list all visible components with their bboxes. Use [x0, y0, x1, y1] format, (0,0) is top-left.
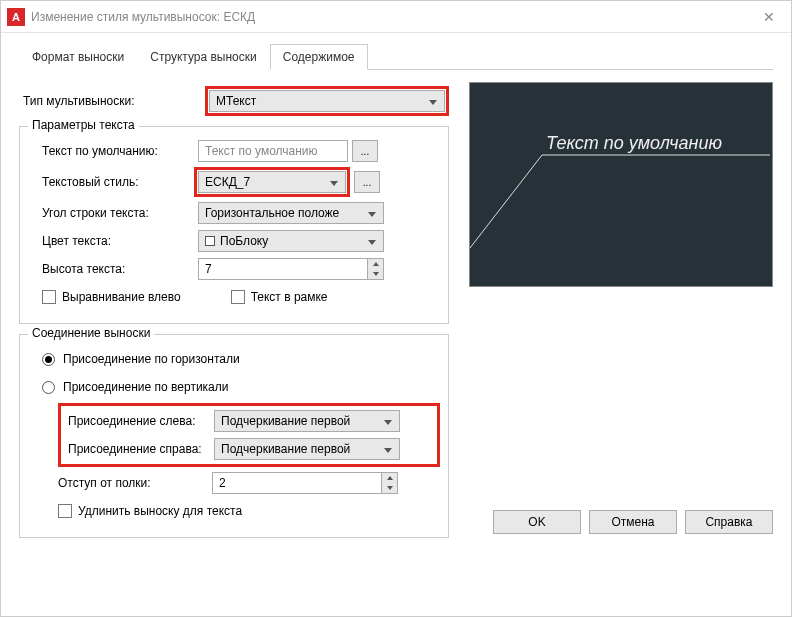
text-height-spin[interactable]: 7 [198, 258, 384, 280]
radio-icon [42, 353, 55, 366]
checkbox-icon [231, 290, 245, 304]
close-icon[interactable]: ✕ [753, 9, 785, 25]
text-style-label: Текстовый стиль: [28, 175, 198, 189]
default-text-placeholder: Текст по умолчанию [205, 144, 318, 158]
attach-right-select[interactable]: Подчеркивание первой [214, 438, 400, 460]
chevron-down-icon [381, 415, 395, 429]
radio-icon [42, 381, 55, 394]
attach-left-select[interactable]: Подчеркивание первой [214, 410, 400, 432]
text-height-value: 7 [205, 262, 212, 276]
leader-type-label: Тип мультивыноски: [19, 94, 209, 108]
preview-pane: Текст по умолчанию [469, 82, 773, 287]
attach-horizontal-label: Присоединение по горизонтали [63, 352, 240, 366]
default-text-input[interactable]: Текст по умолчанию [198, 140, 348, 162]
text-color-select[interactable]: ПоБлоку [198, 230, 384, 252]
chevron-down-icon [365, 235, 379, 249]
attach-vertical-label: Присоединение по вертикали [63, 380, 229, 394]
spin-down-icon[interactable] [368, 269, 383, 279]
leader-type-value: МТекст [216, 94, 256, 108]
spin-down-icon[interactable] [382, 483, 397, 493]
tab-content[interactable]: Содержимое [270, 44, 368, 70]
chevron-down-icon [381, 443, 395, 457]
text-frame-checkbox[interactable]: Текст в рамке [231, 290, 328, 304]
extend-leader-label: Удлинить выноску для текста [78, 504, 242, 518]
app-icon: A [7, 8, 25, 26]
ok-button[interactable]: OK [493, 510, 581, 534]
landing-gap-spin[interactable]: 2 [212, 472, 398, 494]
tab-leader-format[interactable]: Формат выноски [19, 44, 137, 70]
leader-type-select[interactable]: МТекст [209, 90, 445, 112]
text-angle-select[interactable]: Горизонтальное положе [198, 202, 384, 224]
help-button[interactable]: Справка [685, 510, 773, 534]
text-angle-value: Горизонтальное положе [205, 206, 339, 220]
text-color-value: ПоБлоку [220, 234, 268, 248]
left-align-label: Выравнивание влево [62, 290, 181, 304]
text-params-legend: Параметры текста [28, 118, 139, 132]
default-text-browse-button[interactable]: ... [352, 140, 378, 162]
color-swatch-icon [205, 236, 215, 246]
attach-left-value: Подчеркивание первой [221, 414, 350, 428]
text-frame-label: Текст в рамке [251, 290, 328, 304]
text-angle-label: Угол строки текста: [28, 206, 198, 220]
attach-right-value: Подчеркивание первой [221, 442, 350, 456]
text-height-label: Высота текста: [28, 262, 198, 276]
extend-leader-checkbox[interactable]: Удлинить выноску для текста [58, 504, 242, 518]
text-color-label: Цвет текста: [28, 234, 198, 248]
checkbox-icon [42, 290, 56, 304]
spin-up-icon[interactable] [368, 259, 383, 269]
default-text-label: Текст по умолчанию: [28, 144, 198, 158]
leader-connection-legend: Соединение выноски [28, 326, 154, 340]
attach-left-label: Присоединение слева: [64, 414, 214, 428]
chevron-down-icon [365, 207, 379, 221]
text-style-browse-button[interactable]: ... [354, 171, 380, 193]
svg-line-0 [470, 155, 542, 248]
cancel-button[interactable]: Отмена [589, 510, 677, 534]
landing-gap-value: 2 [219, 476, 226, 490]
landing-gap-label: Отступ от полки: [58, 476, 212, 490]
preview-text: Текст по умолчанию [546, 133, 722, 154]
leader-connection-group: Соединение выноски Присоединение по гори… [19, 334, 449, 538]
attach-right-label: Присоединение справа: [64, 442, 214, 456]
text-style-select[interactable]: ЕСКД_7 [198, 171, 346, 193]
chevron-down-icon [327, 176, 341, 190]
tab-leader-structure[interactable]: Структура выноски [137, 44, 270, 70]
tabs: Формат выноски Структура выноски Содержи… [19, 43, 773, 70]
spin-up-icon[interactable] [382, 473, 397, 483]
checkbox-icon [58, 504, 72, 518]
text-style-value: ЕСКД_7 [205, 175, 250, 189]
text-params-group: Параметры текста Текст по умолчанию: Тек… [19, 126, 449, 324]
window-title: Изменение стиля мультивыносок: ЕСКД [31, 10, 753, 24]
left-align-checkbox[interactable]: Выравнивание влево [42, 290, 181, 304]
attach-vertical-radio[interactable]: Присоединение по вертикали [42, 380, 229, 394]
attach-horizontal-radio[interactable]: Присоединение по горизонтали [42, 352, 240, 366]
chevron-down-icon [426, 95, 440, 109]
